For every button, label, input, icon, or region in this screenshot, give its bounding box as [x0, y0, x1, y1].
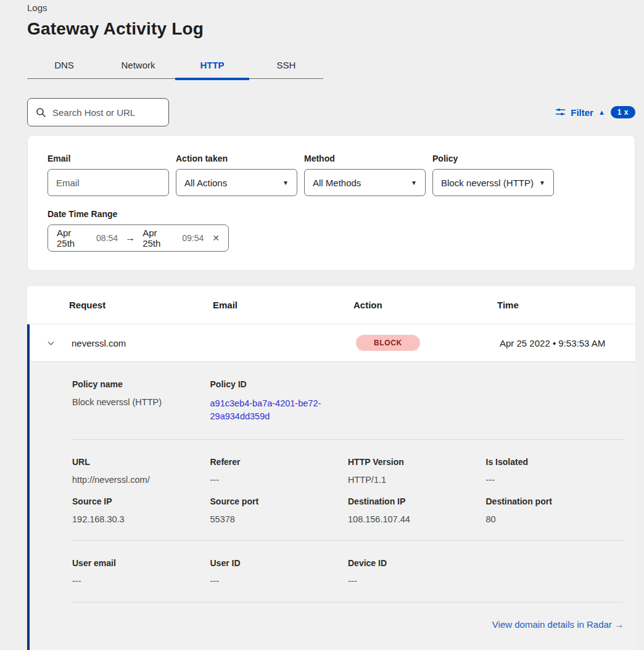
method-value: All Methods	[313, 178, 361, 188]
url-field: URL http://neverssl.com/	[72, 457, 210, 485]
email-filter-field: Email	[47, 154, 169, 196]
caret-down-icon: ▼	[283, 179, 289, 186]
destination-port-value: 80	[486, 514, 624, 524]
policy-id-link[interactable]: a91c3eb4-ba7a-4201-be72-29a934dd359d	[210, 397, 329, 423]
end-time: 09:54	[182, 233, 204, 243]
policy-section: Policy name Block neverssl (HTTP) Policy…	[72, 362, 624, 439]
caret-down-icon: ▼	[539, 179, 545, 186]
email-filter-input[interactable]	[47, 169, 169, 196]
source-ip-label: Source IP	[72, 496, 210, 506]
source-port-value: 55378	[210, 514, 349, 524]
policy-field: Policy Block neverssl (HTTP) ▼	[432, 154, 554, 196]
block-status-badge: BLOCK	[356, 335, 420, 351]
action-taken-label: Action taken	[176, 154, 297, 163]
policy-name-label: Policy name	[72, 379, 210, 389]
user-email-value: ---	[72, 576, 210, 586]
destination-ip-label: Destination IP	[348, 496, 486, 506]
tab-dns[interactable]: DNS	[27, 54, 101, 78]
policy-select[interactable]: Block neverssl (HTTP) ▼	[432, 169, 554, 196]
tab-network[interactable]: Network	[101, 54, 175, 78]
policy-name-value: Block neverssl (HTTP)	[72, 397, 210, 407]
email-filter-label: Email	[47, 154, 169, 163]
policy-label: Policy	[432, 154, 554, 163]
destination-ip-value: 108.156.107.44	[348, 514, 486, 524]
filter-button-label: Filter	[571, 107, 593, 118]
log-type-tabs: DNS Network HTTP SSH	[27, 54, 323, 79]
caret-up-icon: ▲	[598, 109, 605, 116]
column-header-time: Time	[497, 300, 635, 310]
request-details-section: URL http://neverssl.com/ Referer --- HTT…	[72, 439, 624, 540]
policy-name-field: Policy name Block neverssl (HTTP)	[72, 379, 210, 423]
date-range-label: Date Time Range	[47, 209, 615, 219]
http-version-value: HTTP/1.1	[348, 475, 486, 485]
device-id-field: Device ID ---	[348, 558, 486, 586]
toolbar: Filter ▲ 1 x	[27, 98, 635, 126]
method-label: Method	[304, 154, 426, 163]
http-version-label: HTTP Version	[348, 457, 486, 467]
table-header-row: Request Email Action Time	[27, 286, 635, 324]
arrow-right-icon: →	[125, 232, 135, 244]
referer-value: ---	[210, 475, 349, 485]
clear-date-range-icon[interactable]: ✕	[212, 233, 220, 243]
url-label: URL	[72, 457, 210, 467]
tab-http[interactable]: HTTP	[175, 54, 249, 78]
method-field: Method All Methods ▼	[304, 154, 426, 196]
user-email-field: User email ---	[72, 558, 210, 586]
expanded-row-details: Policy name Block neverssl (HTTP) Policy…	[30, 361, 635, 650]
end-date: Apr 25th	[142, 228, 175, 249]
action-cell: BLOCK	[356, 335, 500, 351]
search-box[interactable]	[27, 98, 169, 126]
is-isolated-label: Is Isolated	[486, 457, 624, 467]
url-value: http://neverssl.com/	[72, 475, 210, 485]
user-email-label: User email	[72, 558, 210, 568]
time-cell: Apr 25 2022 • 9:53:53 AM	[500, 338, 635, 348]
device-id-value: ---	[348, 576, 486, 586]
request-cell: neverssl.com	[72, 338, 215, 348]
view-radar-link[interactable]: View domain details in Radar →	[492, 619, 624, 630]
destination-port-field: Destination port 80	[486, 496, 624, 524]
is-isolated-field: Is Isolated ---	[486, 457, 624, 485]
source-port-field: Source port 55378	[210, 496, 349, 524]
date-range-picker[interactable]: Apr 25th 08:54 → Apr 25th 09:54 ✕	[47, 224, 229, 252]
user-id-value: ---	[210, 576, 349, 586]
chevron-down-icon	[46, 339, 56, 348]
action-taken-value: All Actions	[184, 178, 227, 188]
filter-count-badge[interactable]: 1 x	[611, 106, 635, 118]
user-id-label: User ID	[210, 558, 349, 568]
search-input[interactable]	[52, 107, 160, 118]
expand-row-button[interactable]	[30, 339, 72, 348]
source-ip-value: 192.168.30.3	[72, 514, 210, 524]
column-header-email: Email	[213, 300, 353, 310]
action-taken-select[interactable]: All Actions ▼	[176, 169, 297, 196]
destination-ip-field: Destination IP 108.156.107.44	[348, 496, 486, 524]
table-row[interactable]: neverssl.com BLOCK Apr 25 2022 • 9:53:53…	[30, 324, 635, 361]
method-select[interactable]: All Methods ▼	[304, 169, 426, 196]
user-details-section: User email --- User ID --- Device ID ---	[72, 540, 624, 602]
source-ip-field: Source IP 192.168.30.3	[72, 496, 210, 524]
policy-id-field: Policy ID a91c3eb4-ba7a-4201-be72-29a934…	[210, 379, 349, 423]
policy-value: Block neverssl (HTTP)	[441, 178, 534, 188]
start-time: 08:54	[96, 233, 118, 243]
referer-label: Referer	[210, 457, 349, 467]
tab-ssh[interactable]: SSH	[249, 54, 323, 78]
user-id-field: User ID ---	[210, 558, 349, 586]
action-taken-field: Action taken All Actions ▼	[176, 154, 297, 196]
radar-link-row: View domain details in Radar →	[72, 602, 624, 649]
filter-toggle-button[interactable]: Filter ▲	[555, 107, 605, 118]
breadcrumb[interactable]: Logs	[27, 2, 635, 13]
activity-log-table: Request Email Action Time neverssl.com B…	[27, 286, 635, 650]
source-port-label: Source port	[210, 496, 349, 506]
policy-id-label: Policy ID	[210, 379, 349, 389]
page-title: Gateway Activity Log	[27, 19, 635, 39]
column-header-action: Action	[353, 300, 497, 310]
is-isolated-value: ---	[486, 475, 624, 485]
search-icon	[36, 107, 46, 118]
column-header-request: Request	[69, 300, 213, 310]
referer-field: Referer ---	[210, 457, 349, 485]
filter-panel: Email Action taken All Actions ▼ Method …	[27, 135, 635, 271]
http-version-field: HTTP Version HTTP/1.1	[348, 457, 486, 485]
filter-sliders-icon	[555, 107, 566, 117]
caret-down-icon: ▼	[411, 179, 417, 186]
start-date: Apr 25th	[57, 228, 89, 249]
destination-port-label: Destination port	[486, 496, 624, 506]
